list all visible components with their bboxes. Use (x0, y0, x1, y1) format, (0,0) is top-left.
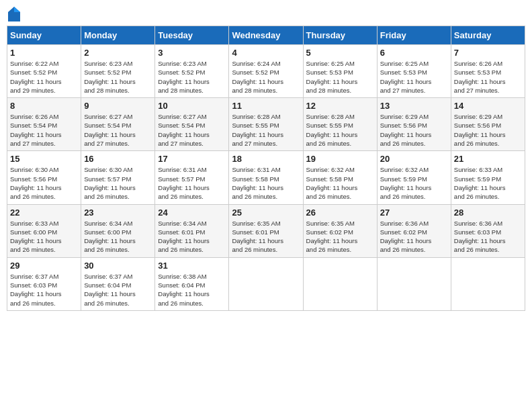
day-header-monday: Monday (81, 26, 155, 45)
day-info: Sunrise: 6:28 AMSunset: 5:55 PMDaylight:… (232, 112, 300, 148)
calendar-cell: 2Sunrise: 6:23 AMSunset: 5:52 PMDaylight… (81, 45, 155, 98)
day-info: Sunrise: 6:32 AMSunset: 5:58 PMDaylight:… (306, 165, 374, 201)
day-info: Sunrise: 6:37 AMSunset: 6:03 PMDaylight:… (10, 272, 78, 308)
day-info: Sunrise: 6:25 AMSunset: 5:53 PMDaylight:… (380, 59, 448, 95)
page-header (7, 7, 525, 21)
day-info: Sunrise: 6:31 AMSunset: 5:58 PMDaylight:… (232, 165, 300, 201)
calendar-table: SundayMondayTuesdayWednesdayThursdayFrid… (7, 26, 525, 311)
day-number: 29 (10, 261, 78, 271)
calendar-cell (229, 257, 303, 310)
day-info: Sunrise: 6:26 AMSunset: 5:54 PMDaylight:… (10, 112, 78, 148)
calendar-cell: 29Sunrise: 6:37 AMSunset: 6:03 PMDayligh… (7, 257, 81, 310)
day-info: Sunrise: 6:23 AMSunset: 5:52 PMDaylight:… (84, 59, 152, 95)
calendar-cell: 12Sunrise: 6:28 AMSunset: 5:55 PMDayligh… (303, 98, 377, 151)
calendar-cell (303, 257, 377, 310)
day-number: 2 (84, 48, 152, 58)
day-info: Sunrise: 6:22 AMSunset: 5:52 PMDaylight:… (10, 59, 78, 95)
day-info: Sunrise: 6:28 AMSunset: 5:55 PMDaylight:… (306, 112, 374, 148)
day-number: 18 (232, 154, 300, 164)
day-info: Sunrise: 6:34 AMSunset: 6:00 PMDaylight:… (84, 219, 152, 255)
day-info: Sunrise: 6:33 AMSunset: 5:59 PMDaylight:… (454, 165, 522, 201)
calendar-cell: 24Sunrise: 6:34 AMSunset: 6:01 PMDayligh… (155, 204, 229, 257)
calendar-cell: 14Sunrise: 6:29 AMSunset: 5:56 PMDayligh… (451, 98, 525, 151)
day-info: Sunrise: 6:23 AMSunset: 5:52 PMDaylight:… (158, 59, 226, 95)
day-number: 7 (454, 48, 522, 58)
day-info: Sunrise: 6:29 AMSunset: 5:56 PMDaylight:… (380, 112, 448, 148)
day-number: 4 (232, 48, 300, 58)
day-number: 24 (158, 208, 226, 218)
day-number: 6 (380, 48, 448, 58)
calendar-cell: 7Sunrise: 6:26 AMSunset: 5:53 PMDaylight… (451, 45, 525, 98)
day-header-thursday: Thursday (303, 26, 377, 45)
day-number: 9 (84, 101, 152, 111)
logo (7, 7, 20, 21)
calendar-week-row: 8Sunrise: 6:26 AMSunset: 5:54 PMDaylight… (7, 98, 525, 151)
day-info: Sunrise: 6:30 AMSunset: 5:56 PMDaylight:… (10, 165, 78, 201)
calendar-cell: 25Sunrise: 6:35 AMSunset: 6:01 PMDayligh… (229, 204, 303, 257)
day-header-tuesday: Tuesday (155, 26, 229, 45)
calendar-cell: 31Sunrise: 6:38 AMSunset: 6:04 PMDayligh… (155, 257, 229, 310)
day-info: Sunrise: 6:25 AMSunset: 5:53 PMDaylight:… (306, 59, 374, 95)
day-number: 25 (232, 208, 300, 218)
day-number: 13 (380, 101, 448, 111)
calendar-cell: 20Sunrise: 6:32 AMSunset: 5:59 PMDayligh… (377, 151, 451, 204)
day-number: 10 (158, 101, 226, 111)
day-number: 31 (158, 261, 226, 271)
day-number: 5 (306, 48, 374, 58)
calendar-cell: 15Sunrise: 6:30 AMSunset: 5:56 PMDayligh… (7, 151, 81, 204)
day-info: Sunrise: 6:35 AMSunset: 6:01 PMDaylight:… (232, 219, 300, 255)
day-info: Sunrise: 6:27 AMSunset: 5:54 PMDaylight:… (84, 112, 152, 148)
day-header-sunday: Sunday (7, 26, 81, 45)
calendar-cell: 6Sunrise: 6:25 AMSunset: 5:53 PMDaylight… (377, 45, 451, 98)
day-number: 30 (84, 261, 152, 271)
day-info: Sunrise: 6:27 AMSunset: 5:54 PMDaylight:… (158, 112, 226, 148)
calendar-cell: 23Sunrise: 6:34 AMSunset: 6:00 PMDayligh… (81, 204, 155, 257)
calendar-cell: 10Sunrise: 6:27 AMSunset: 5:54 PMDayligh… (155, 98, 229, 151)
calendar-cell: 19Sunrise: 6:32 AMSunset: 5:58 PMDayligh… (303, 151, 377, 204)
calendar-cell: 18Sunrise: 6:31 AMSunset: 5:58 PMDayligh… (229, 151, 303, 204)
calendar-cell: 28Sunrise: 6:36 AMSunset: 6:03 PMDayligh… (451, 204, 525, 257)
day-number: 17 (158, 154, 226, 164)
calendar-cell: 4Sunrise: 6:24 AMSunset: 5:52 PMDaylight… (229, 45, 303, 98)
day-number: 27 (380, 208, 448, 218)
logo-icon (8, 7, 20, 21)
calendar-cell: 27Sunrise: 6:36 AMSunset: 6:02 PMDayligh… (377, 204, 451, 257)
calendar-cell: 22Sunrise: 6:33 AMSunset: 6:00 PMDayligh… (7, 204, 81, 257)
day-info: Sunrise: 6:36 AMSunset: 6:02 PMDaylight:… (380, 219, 448, 255)
day-number: 8 (10, 101, 78, 111)
day-number: 11 (232, 101, 300, 111)
day-number: 23 (84, 208, 152, 218)
calendar-week-row: 29Sunrise: 6:37 AMSunset: 6:03 PMDayligh… (7, 257, 525, 310)
calendar-header-row: SundayMondayTuesdayWednesdayThursdayFrid… (7, 26, 525, 45)
day-number: 21 (454, 154, 522, 164)
calendar-week-row: 1Sunrise: 6:22 AMSunset: 5:52 PMDaylight… (7, 45, 525, 98)
day-number: 22 (10, 208, 78, 218)
day-number: 3 (158, 48, 226, 58)
calendar-cell: 11Sunrise: 6:28 AMSunset: 5:55 PMDayligh… (229, 98, 303, 151)
day-info: Sunrise: 6:31 AMSunset: 5:57 PMDaylight:… (158, 165, 226, 201)
day-number: 12 (306, 101, 374, 111)
day-number: 19 (306, 154, 374, 164)
calendar-cell: 9Sunrise: 6:27 AMSunset: 5:54 PMDaylight… (81, 98, 155, 151)
calendar-cell: 13Sunrise: 6:29 AMSunset: 5:56 PMDayligh… (377, 98, 451, 151)
calendar-cell (451, 257, 525, 310)
calendar-cell: 16Sunrise: 6:30 AMSunset: 5:57 PMDayligh… (81, 151, 155, 204)
day-number: 15 (10, 154, 78, 164)
day-number: 16 (84, 154, 152, 164)
day-info: Sunrise: 6:38 AMSunset: 6:04 PMDaylight:… (158, 272, 226, 308)
day-info: Sunrise: 6:37 AMSunset: 6:04 PMDaylight:… (84, 272, 152, 308)
calendar-cell: 26Sunrise: 6:35 AMSunset: 6:02 PMDayligh… (303, 204, 377, 257)
calendar-week-row: 22Sunrise: 6:33 AMSunset: 6:00 PMDayligh… (7, 204, 525, 257)
calendar-cell: 8Sunrise: 6:26 AMSunset: 5:54 PMDaylight… (7, 98, 81, 151)
day-info: Sunrise: 6:35 AMSunset: 6:02 PMDaylight:… (306, 219, 374, 255)
calendar-cell: 21Sunrise: 6:33 AMSunset: 5:59 PMDayligh… (451, 151, 525, 204)
day-header-saturday: Saturday (451, 26, 525, 45)
day-info: Sunrise: 6:34 AMSunset: 6:01 PMDaylight:… (158, 219, 226, 255)
svg-marker-1 (14, 7, 20, 12)
calendar-week-row: 15Sunrise: 6:30 AMSunset: 5:56 PMDayligh… (7, 151, 525, 204)
day-info: Sunrise: 6:29 AMSunset: 5:56 PMDaylight:… (454, 112, 522, 148)
calendar-cell: 17Sunrise: 6:31 AMSunset: 5:57 PMDayligh… (155, 151, 229, 204)
day-info: Sunrise: 6:30 AMSunset: 5:57 PMDaylight:… (84, 165, 152, 201)
calendar-cell: 5Sunrise: 6:25 AMSunset: 5:53 PMDaylight… (303, 45, 377, 98)
day-info: Sunrise: 6:33 AMSunset: 6:00 PMDaylight:… (10, 219, 78, 255)
